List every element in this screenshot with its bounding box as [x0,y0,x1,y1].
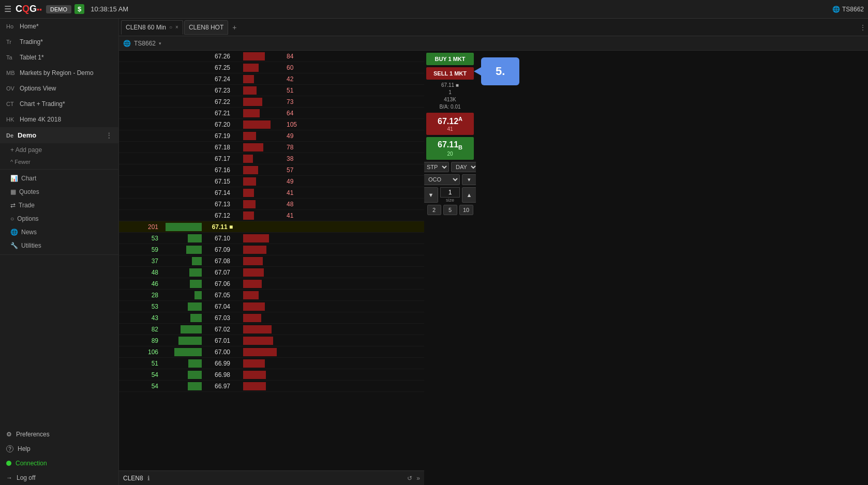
table-row: 67.19 49 [119,130,424,142]
chart-label: Chart [21,175,36,182]
last-price-display: 67.11 ■ [439,82,460,89]
sidebar-fewer[interactable]: ^ Fewer [0,157,118,167]
ba-spread-display: B/A: 0.01 [439,103,460,111]
sidebar-item-chart-trading[interactable]: CT Chart + Trading* [0,96,118,112]
table-row: 54 66.97 [119,381,424,392]
sidebar-demo-header[interactable]: De Demo ⋮ [0,127,118,143]
volume-display: 413K [439,96,460,103]
table-row: 67.23 51 [119,85,424,96]
order-type-row: STP DAY [424,162,476,172]
content-area: 5. CLEN8 60 Min ○ × CLEN8 HOT + ⋮ 🌐 TS86… [119,19,868,485]
fewer-label: ^ Fewer [10,159,31,165]
sidebar-item-home-4k[interactable]: HK Home 4K 2018 [0,112,118,127]
add-page-label: + Add page [10,146,42,154]
tab-clen8-60min[interactable]: CLEN8 60 Min ○ × [121,20,183,35]
trade-label: Trade [19,202,35,209]
tab-more-button[interactable]: ⋮ [860,24,866,31]
sidebar-item-markets-label: Markets by Region - Demo [20,69,94,77]
sidebar-item-utilities[interactable]: 🔧 Utilities [0,239,118,252]
stp-select[interactable]: STP [424,162,449,172]
tab-add-button[interactable]: + [230,21,238,34]
sidebar-item-home-4k-label: Home 4K 2018 [20,116,61,123]
sidebar-item-trading[interactable]: Tr Trading* [0,34,118,50]
table-row: 43 67.03 [119,312,424,324]
logoff-icon: → [6,474,12,481]
sidebar-item-tablet-label: Tablet 1* [20,54,44,61]
sidebar-item-home[interactable]: Ho Home* [0,19,118,34]
sidebar-item-markets[interactable]: MB Markets by Region - Demo [0,65,118,81]
oco-dropdown-icon[interactable]: ▾ [462,174,476,185]
preferences-icon: ⚙ [6,431,12,438]
ask-qty: 41 [428,126,472,132]
sidebar-item-help[interactable]: ? Help [0,442,118,456]
table-row: 53 67.10 [119,233,424,244]
oco-row: OCO ▾ [424,174,476,185]
table-row: 28 67.05 [119,290,424,301]
table-row: 67.17 38 [119,153,424,164]
sidebar-item-tablet[interactable]: Ta Tablet 1* [0,50,118,65]
sidebar-item-options[interactable]: ○ Options [0,212,118,225]
sidebar-divider-1 [0,169,118,170]
sidebar-demo-prefix: De [6,132,13,139]
sidebar-item-options-view-label: Options View [20,85,56,92]
sidebar-item-options-view[interactable]: OV Options View [0,81,118,96]
utilities-icon: 🔧 [10,242,18,249]
current-price-row: 201 67.11 ■ [119,221,424,233]
table-row: 106 67.00 [119,346,424,358]
quick-size-5[interactable]: 5 [443,205,457,215]
sidebar-item-trade[interactable]: ⇄ Trade [0,199,118,212]
user-info: 🌐 TS8662 [832,6,864,13]
bid-price-box[interactable]: 67.11B 20 [426,137,474,159]
tab-bar: CLEN8 60 Min ○ × CLEN8 HOT + ⋮ [119,19,868,36]
sidebar-item-logoff[interactable]: → Log off [0,471,118,485]
qty-display: 1 [439,89,460,96]
quick-size-10[interactable]: 10 [459,205,473,215]
sidebar-item-preferences[interactable]: ⚙ Preferences [0,427,118,442]
day-select[interactable]: DAY [451,162,476,172]
table-row: 67.20 105 [119,119,424,130]
main-layout: Ho Home* Tr Trading* Ta Tablet 1* MB Mar… [0,19,868,485]
sidebar-item-chart[interactable]: 📊 Chart [0,172,118,185]
sidebar-demo-more-icon[interactable]: ⋮ [106,131,112,139]
table-row: 67.15 49 [119,176,424,187]
trading-panel: 67.26 84 67.25 60 67.24 [119,51,868,485]
table-row: 67.26 84 [119,51,424,62]
buy-button[interactable]: BUY 1 MKT [426,53,474,65]
bottom-info-icon[interactable]: ℹ [147,475,150,482]
sidebar-item-connection[interactable]: Connection [0,456,118,471]
size-down-button[interactable]: ▼ [424,187,438,203]
sidebar-add-page[interactable]: + Add page [0,143,118,157]
options-icon: ○ [10,215,14,222]
quick-size-2[interactable]: 2 [427,205,441,215]
table-row: 67.12 41 [119,210,424,221]
menu-icon[interactable]: ☰ [4,4,11,14]
tab-search-icon[interactable]: ○ [169,24,172,30]
table-row: 67.24 42 [119,73,424,85]
size-up-button[interactable]: ▲ [462,187,476,203]
news-label: News [21,229,37,236]
quotes-label: Quotes [19,188,39,195]
toolbar-dropdown-icon[interactable]: ▾ [159,41,161,46]
bid-price: 67.11B [428,140,472,150]
table-row: 59 67.09 [119,244,424,255]
bottom-refresh-icon[interactable]: ↺ [407,475,412,482]
sell-button[interactable]: SELL 1 MKT [426,67,474,80]
dollar-button[interactable]: $ [74,4,84,14]
username: TS8662 [842,6,864,13]
tab-close-icon[interactable]: × [175,24,178,30]
oco-select[interactable]: OCO [424,174,460,185]
sidebar-item-news[interactable]: 🌐 News [0,225,118,239]
size-input[interactable] [440,187,460,198]
bottom-more-icon[interactable]: » [416,475,420,482]
sidebar-tools: ⚙ Preferences ? Help Connection → Log of… [0,427,118,485]
ask-price-box[interactable]: 67.12A 41 [426,113,474,135]
table-row: 48 67.07 [119,267,424,278]
toolbar: 🌐 TS8662 ▾ [119,36,868,51]
order-book-scroll[interactable]: 67.26 84 67.25 60 67.24 [119,51,424,471]
sidebar-item-trading-label: Trading* [20,38,43,46]
quick-size-row: 2 5 10 [427,205,473,215]
table-row: 82 67.02 [119,324,424,335]
sidebar-item-quotes[interactable]: ▦ Quotes [0,185,118,199]
preferences-label: Preferences [16,431,50,438]
tab-clen8-hot[interactable]: CLEN8 HOT [184,20,228,35]
